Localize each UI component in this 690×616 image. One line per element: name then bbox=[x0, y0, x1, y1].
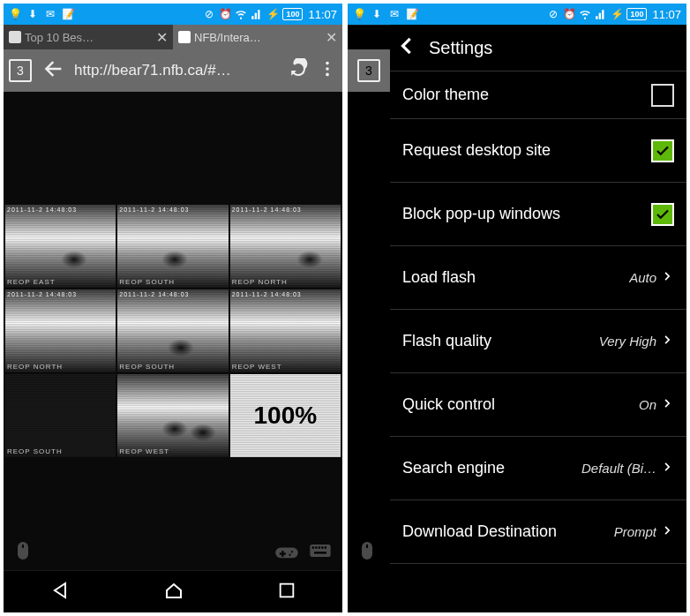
svg-rect-4 bbox=[312, 546, 314, 548]
alarm-icon: ⏰ bbox=[563, 8, 575, 20]
chevron-right-icon bbox=[662, 458, 674, 479]
address-bar: 3 http://bear71.nfb.ca/#… bbox=[4, 49, 342, 92]
tabs-count-button[interactable]: 3 bbox=[357, 59, 380, 82]
mouse-icon[interactable] bbox=[356, 538, 378, 567]
tabs-count-button[interactable]: 3 bbox=[9, 59, 32, 82]
checkbox-unchecked-icon[interactable] bbox=[651, 84, 674, 107]
battery-level: 100 bbox=[626, 8, 647, 20]
chevron-right-icon bbox=[662, 394, 674, 416]
tab-1[interactable]: NFB/Intera… ✕ bbox=[173, 25, 342, 49]
statusbar: 💡 ⬇ ✉ 📝 ⊘ ⏰ ⚡ 100 11:07 bbox=[4, 4, 342, 25]
settings-list[interactable]: Color theme Request desktop site Block p… bbox=[390, 71, 686, 570]
settings-panel: Settings Color theme Request desktop sit… bbox=[390, 25, 686, 570]
camera-cell[interactable]: 2011-11-2 14:48:03 REOP EAST bbox=[5, 205, 116, 288]
globe-icon bbox=[9, 31, 21, 43]
setting-value: Very High bbox=[599, 334, 656, 349]
chevron-right-icon bbox=[662, 267, 674, 289]
alarm-icon: ⏰ bbox=[219, 8, 231, 20]
signal-icon bbox=[251, 8, 263, 20]
svg-point-2 bbox=[326, 73, 329, 77]
camera-cell[interactable]: 2011-11-2 14:48:03 REOP NORTH bbox=[5, 289, 116, 372]
camera-cell-percent[interactable]: 100% bbox=[230, 374, 341, 457]
note-icon: 📝 bbox=[406, 8, 418, 20]
reload-icon[interactable] bbox=[288, 58, 309, 83]
close-icon[interactable]: ✕ bbox=[156, 29, 168, 46]
close-icon[interactable]: ✕ bbox=[326, 29, 337, 46]
chevron-right-icon bbox=[662, 331, 674, 352]
phone-right: 💡 ⬇ ✉ 📝 ⊘ ⏰ ⚡ 100 11:07 Top… 3 bbox=[348, 4, 686, 612]
mail-icon: ✉ bbox=[388, 8, 401, 20]
wifi-icon bbox=[235, 8, 247, 20]
svg-rect-6 bbox=[319, 546, 320, 548]
svg-rect-9 bbox=[314, 552, 326, 553]
camera-cell[interactable]: 2011-11-2 14:48:03 REOP NORTH bbox=[230, 205, 341, 288]
settings-header: Settings bbox=[390, 25, 686, 71]
clock: 11:07 bbox=[652, 8, 681, 21]
overflow-menu-icon[interactable] bbox=[318, 59, 337, 82]
svg-point-0 bbox=[326, 62, 329, 65]
tab-label: NFB/Intera… bbox=[194, 31, 261, 44]
no-sim-icon: ⊘ bbox=[203, 8, 215, 20]
page-content[interactable]: 2011-11-2 14:48:03 REOP EAST 2011-11-2 1… bbox=[4, 92, 342, 570]
keyboard-icon[interactable] bbox=[307, 538, 334, 567]
nav-recent-icon[interactable] bbox=[277, 581, 296, 604]
percent-label: 100% bbox=[254, 402, 318, 430]
mouse-icon[interactable] bbox=[12, 538, 34, 567]
address-bar-peek: 3 bbox=[348, 49, 390, 92]
no-sim-icon: ⊘ bbox=[547, 8, 559, 20]
camera-cell[interactable]: REOP SOUTH bbox=[5, 374, 116, 457]
tab-0[interactable]: Top 10 Bes… ✕ bbox=[4, 25, 173, 49]
svg-point-1 bbox=[326, 67, 329, 71]
phone-left: 💡 ⬇ ✉ 📝 ⊘ ⏰ ⚡ 100 11:07 Top 10 Bes… ✕ bbox=[4, 4, 342, 612]
camera-cell[interactable]: 2011-11-2 14:48:03 REOP WEST bbox=[230, 289, 341, 372]
lightbulb-icon: 💡 bbox=[353, 8, 365, 20]
svg-rect-3 bbox=[310, 545, 330, 557]
setting-value: Auto bbox=[629, 270, 656, 285]
svg-rect-10 bbox=[280, 583, 293, 597]
signal-icon bbox=[595, 8, 607, 20]
settings-title: Settings bbox=[429, 38, 492, 58]
setting-download-destination[interactable]: Download Destination Prompt bbox=[390, 500, 686, 564]
download-icon: ⬇ bbox=[26, 8, 39, 20]
nav-home-icon[interactable] bbox=[163, 580, 184, 605]
charging-icon: ⚡ bbox=[266, 8, 279, 20]
chevron-right-icon bbox=[662, 522, 674, 543]
setting-load-flash[interactable]: Load flash Auto bbox=[390, 246, 686, 310]
clock: 11:07 bbox=[308, 8, 337, 21]
lightbulb-icon: 💡 bbox=[9, 8, 21, 20]
setting-color-theme[interactable]: Color theme bbox=[390, 71, 686, 119]
camera-cell[interactable]: 2011-11-2 14:48:03 REOP SOUTH bbox=[117, 289, 228, 372]
gamepad-icon[interactable] bbox=[274, 538, 300, 567]
statusbar: 💡 ⬇ ✉ 📝 ⊘ ⏰ ⚡ 100 11:07 bbox=[348, 4, 686, 25]
back-icon[interactable] bbox=[41, 56, 65, 85]
wifi-icon bbox=[579, 8, 591, 20]
setting-flash-quality[interactable]: Flash quality Very High bbox=[390, 310, 686, 373]
tab-strip: Top 10 Bes… ✕ NFB/Intera… ✕ bbox=[4, 25, 342, 49]
android-navbar bbox=[4, 570, 342, 612]
note-icon: 📝 bbox=[62, 8, 74, 20]
camera-cell[interactable]: REOP WEST bbox=[117, 374, 228, 457]
tab-label: Top 10 Bes… bbox=[25, 31, 94, 44]
svg-rect-8 bbox=[325, 546, 326, 548]
svg-rect-5 bbox=[315, 546, 317, 548]
globe-icon bbox=[178, 31, 191, 43]
charging-icon: ⚡ bbox=[611, 8, 623, 20]
checkbox-checked-icon[interactable] bbox=[651, 139, 674, 162]
battery-level: 100 bbox=[282, 8, 303, 20]
setting-block-popups[interactable]: Block pop-up windows bbox=[390, 183, 686, 246]
url-field[interactable]: http://bear71.nfb.ca/#… bbox=[74, 62, 279, 79]
setting-request-desktop[interactable]: Request desktop site bbox=[390, 119, 686, 183]
camera-cell[interactable]: 2011-11-2 14:48:03 REOP SOUTH bbox=[117, 205, 228, 288]
checkbox-checked-icon[interactable] bbox=[651, 203, 674, 226]
setting-value: Prompt bbox=[614, 524, 656, 539]
setting-quick-control[interactable]: Quick control On bbox=[390, 373, 686, 437]
back-chevron-icon[interactable] bbox=[394, 34, 418, 62]
mail-icon: ✉ bbox=[44, 8, 56, 20]
setting-search-engine[interactable]: Search engine Default (Bi… bbox=[390, 437, 686, 500]
setting-value: On bbox=[639, 397, 656, 412]
download-icon: ⬇ bbox=[371, 8, 383, 20]
camera-grid: 2011-11-2 14:48:03 REOP EAST 2011-11-2 1… bbox=[4, 203, 342, 459]
nav-back-icon[interactable] bbox=[49, 580, 71, 605]
setting-value: Default (Bi… bbox=[581, 461, 656, 476]
svg-rect-7 bbox=[321, 546, 323, 548]
